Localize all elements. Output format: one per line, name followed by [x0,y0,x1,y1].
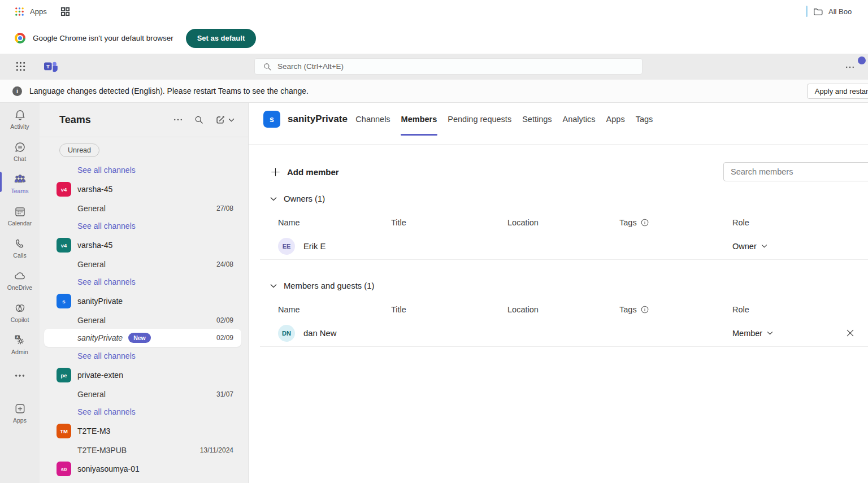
team-avatar: s [263,111,280,128]
google-apps-grid-icon[interactable] [15,7,24,16]
tab-pending-requests[interactable]: Pending requests [442,103,517,136]
see-all-channels-link[interactable]: See all channels [40,347,248,365]
unread-filter-button[interactable]: Unread [59,143,99,157]
sidebar-search-button[interactable] [194,115,204,125]
owners-section-toggle[interactable]: Owners (1) [270,194,325,203]
column-name: Name [270,305,391,314]
rail-item-onedrive[interactable]: OneDrive [0,264,40,296]
remove-member-button[interactable] [832,329,868,337]
topbar-more-icon[interactable] [845,63,855,71]
folder-icon [813,7,823,16]
column-tags: Tags [619,218,732,227]
role-dropdown[interactable]: Owner [732,242,767,251]
sidebar-channel-general[interactable]: General02/09 [40,311,248,329]
new-chat-button[interactable] [215,114,235,125]
more-dots-icon [14,372,26,380]
teams-logo-icon[interactable]: T [43,60,58,72]
rail-item-teams[interactable]: Teams [0,167,40,199]
sidebar-more-button[interactable] [173,116,183,123]
column-role: Role [732,218,832,227]
teams-channel-list: See all channels v4 varsha-45 General27/… [40,161,248,483]
sidebar-channel-general[interactable]: General24/08 [40,255,248,273]
teams-search-bar[interactable] [254,58,643,75]
info-icon: i [12,86,22,96]
sidebar-team-sanityprivate[interactable]: s sanityPrivate [40,291,248,311]
main-panel: s sanityPrivate Channels Members Pending… [249,103,868,483]
sidebar-team-private-exten[interactable]: pe private-exten [40,365,248,385]
sidebar-channel-general[interactable]: General27/08 [40,199,248,217]
rail-item-chat[interactable]: Chat [0,135,40,167]
team-avatar: TM [57,424,71,438]
apply-and-restart-button[interactable]: Apply and restart [807,84,868,99]
see-all-channels-link[interactable]: See all channels [40,273,248,291]
new-badge: New [128,333,151,343]
rail-item-admin[interactable]: A Admin [0,328,40,360]
column-location: Location [507,305,619,314]
app-rail: Activity Chat Teams Calendar [0,103,40,483]
all-bookmarks-label[interactable]: All Boo [828,7,852,16]
members-section-toggle[interactable]: Members and guests (1) [270,281,374,290]
chat-icon [14,141,27,154]
reading-list-grid-icon[interactable] [60,7,70,16]
phone-icon [14,237,27,250]
team-header: s sanityPrivate Channels Members Pending… [249,103,868,145]
info-icon[interactable] [641,219,649,227]
bookmarks-apps-label[interactable]: Apps [30,7,47,16]
info-icon[interactable] [641,306,649,314]
sidebar-title: Teams [59,114,91,126]
active-rail-indicator [0,172,2,192]
sidebar-channel-general[interactable]: General31/07 [40,385,248,403]
waffle-menu-icon[interactable] [15,61,26,72]
member-name: dan New [303,329,336,338]
sidebar-team-varsha-45[interactable]: v4 varsha-45 [40,235,248,255]
rail-item-calendar[interactable]: Calendar [0,199,40,232]
bookmarks-separator [806,6,808,17]
column-name: Name [270,218,391,227]
bell-icon [14,108,27,121]
tab-apps[interactable]: Apps [601,103,630,136]
rail-item-apps[interactable]: Apps [0,397,40,429]
see-all-channels-link[interactable]: See all channels [40,217,248,235]
team-tabs: Channels Members Pending requests Settin… [350,103,658,136]
add-member-button[interactable]: Add member [270,167,339,177]
team-name: sanityPrivate [288,114,348,125]
chevron-down-icon [270,197,277,201]
profile-avatar[interactable] [858,56,866,64]
more-dots-icon [173,116,183,123]
see-all-channels-link[interactable]: See all channels [40,161,248,179]
search-icon [263,62,272,71]
language-banner-message: Language changes detected (English). Ple… [29,86,309,95]
column-role: Role [732,305,832,314]
svg-text:T: T [46,63,50,69]
rail-item-activity[interactable]: Activity [0,103,40,135]
rail-item-more[interactable] [0,367,40,384]
team-avatar: pe [57,368,71,382]
chrome-icon [15,33,25,43]
rail-item-copilot[interactable]: Copilot [0,296,40,328]
see-all-channels-link[interactable]: See all channels [40,403,248,421]
compose-icon [215,114,226,125]
rail-item-calls[interactable]: Calls [0,232,40,264]
search-members-input[interactable] [723,162,868,181]
tab-members[interactable]: Members [396,103,442,136]
teams-top-bar: T [0,54,868,79]
sidebar-team-varsha-45[interactable]: v4 varsha-45 [40,179,248,199]
sidebar-team-soniyasoumya-01[interactable]: s0 soniyasoumya-01 [40,459,248,479]
sidebar-channel-t2te-m3pub[interactable]: T2TE-M3PUB13/11/2024 [40,441,248,459]
tab-tags[interactable]: Tags [630,103,658,136]
role-dropdown[interactable]: Member [732,329,773,338]
tab-settings[interactable]: Settings [517,103,557,136]
teams-search-input[interactable] [277,62,619,71]
sidebar-channel-sanityprivate-selected[interactable]: sanityPrivate New 02/09 [44,329,241,347]
tab-analytics[interactable]: Analytics [557,103,601,136]
close-icon [846,329,854,337]
apps-plus-icon [14,402,27,415]
sidebar-team-t2te-m3[interactable]: TM T2TE-M3 [40,421,248,441]
team-avatar: s [57,294,71,308]
set-as-default-button[interactable]: Set as default [186,29,257,48]
tab-channels[interactable]: Channels [350,103,396,136]
owners-table-header: Name Title Location Tags Role [270,218,868,227]
column-tags: Tags [619,305,732,314]
member-row-dan[interactable]: DN dan New Member [260,320,868,347]
member-row-erik[interactable]: EE Erik E Owner [260,233,868,260]
